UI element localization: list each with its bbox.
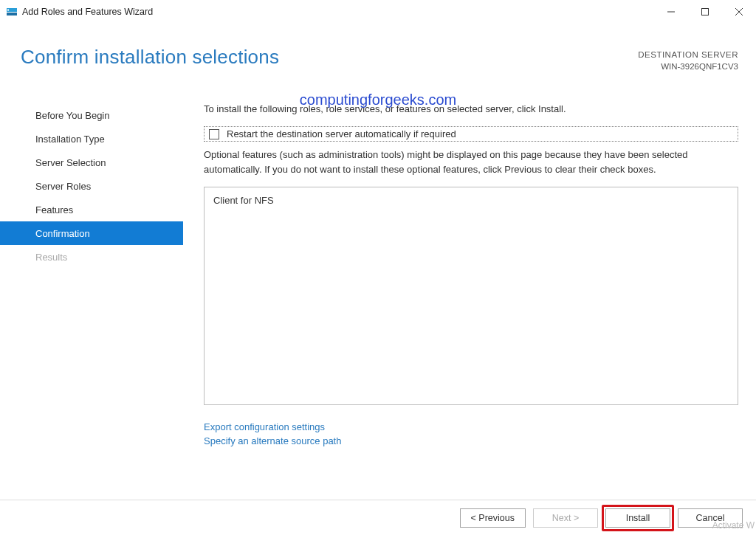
install-button[interactable]: Install [605, 508, 670, 528]
svg-rect-2 [7, 9, 9, 11]
sidebar-item-label: Confirmation [35, 228, 90, 239]
main-panel: To install the following roles, role ser… [183, 87, 756, 522]
sidebar-item-confirmation[interactable]: Confirmation [0, 221, 183, 245]
server-manager-icon [6, 6, 18, 18]
sidebar-item-server-selection[interactable]: Server Selection [0, 151, 183, 174]
destination-block: DESTINATION SERVER WIN-3926QNF1CV3 [638, 49, 738, 72]
maximize-button[interactable] [688, 0, 722, 24]
page-title: Confirm installation selections [21, 46, 279, 69]
cancel-button[interactable]: Cancel [678, 508, 743, 528]
header-area: Confirm installation selections DESTINAT… [0, 24, 756, 72]
body-area: Before You Begin Installation Type Serve… [0, 72, 756, 522]
export-settings-link[interactable]: Export configuration settings [204, 421, 738, 432]
sidebar-item-features[interactable]: Features [0, 198, 183, 221]
close-button[interactable] [722, 0, 756, 24]
sidebar-item-label: Server Roles [35, 181, 91, 192]
sidebar-item-before-you-begin[interactable]: Before You Begin [0, 103, 183, 127]
destination-value: WIN-3926QNF1CV3 [638, 61, 738, 72]
selected-features-list[interactable]: Client for NFS [204, 187, 738, 405]
restart-checkbox-label: Restart the destination server automatic… [227, 128, 456, 139]
sidebar-item-results: Results [0, 245, 183, 269]
links-block: Export configuration settings Specify an… [204, 421, 738, 449]
sidebar-item-label: Features [35, 204, 73, 215]
window-controls [654, 0, 756, 24]
minimize-button[interactable] [654, 0, 688, 24]
titlebar-left: Add Roles and Features Wizard [6, 6, 153, 18]
sidebar-item-installation-type[interactable]: Installation Type [0, 127, 183, 151]
next-button: Next > [533, 508, 598, 528]
list-item: Client for NFS [213, 195, 729, 206]
restart-checkbox[interactable] [209, 129, 219, 139]
window-title: Add Roles and Features Wizard [22, 7, 153, 17]
wizard-footer: < Previous Next > Install Cancel Activat… [0, 500, 756, 535]
destination-label: DESTINATION SERVER [638, 49, 738, 61]
instruction-text: To install the following roles, role ser… [204, 103, 738, 114]
previous-button[interactable]: < Previous [460, 508, 526, 528]
optional-features-text: Optional features (such as administratio… [204, 148, 738, 176]
sidebar-item-label: Server Selection [35, 157, 106, 168]
wizard-sidebar: Before You Begin Installation Type Serve… [0, 87, 183, 522]
svg-rect-1 [7, 13, 17, 15]
sidebar-item-label: Before You Begin [35, 110, 109, 121]
restart-checkbox-row[interactable]: Restart the destination server automatic… [204, 126, 738, 142]
svg-rect-4 [702, 9, 709, 15]
sidebar-item-label: Installation Type [35, 134, 105, 145]
sidebar-item-server-roles[interactable]: Server Roles [0, 174, 183, 198]
sidebar-item-label: Results [35, 252, 67, 263]
alternate-source-link[interactable]: Specify an alternate source path [204, 435, 738, 446]
titlebar: Add Roles and Features Wizard [0, 0, 756, 24]
